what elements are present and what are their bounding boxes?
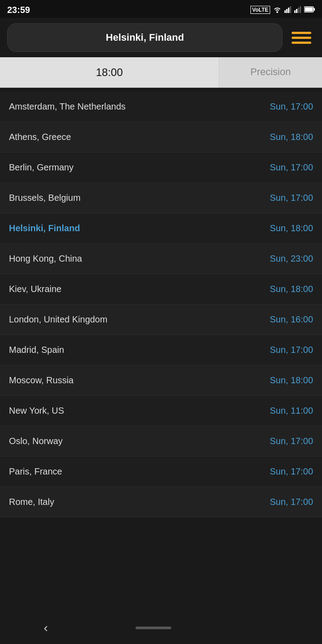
city-name: Brussels, Belgium xyxy=(9,193,80,203)
city-row[interactable]: Madrid, SpainSun, 17:00 xyxy=(0,335,322,365)
city-row[interactable]: Brussels, BelgiumSun, 17:00 xyxy=(0,183,322,213)
status-time: 23:59 xyxy=(7,5,30,15)
city-time: Sun, 18:00 xyxy=(270,223,313,233)
city-time: Sun, 18:00 xyxy=(270,375,313,386)
city-time: Sun, 17:00 xyxy=(270,497,313,507)
city-name: Paris, France xyxy=(9,466,62,477)
city-name: Athens, Greece xyxy=(9,132,71,142)
city-time: Sun, 16:00 xyxy=(270,314,313,325)
city-name: Madrid, Spain xyxy=(9,345,64,355)
wifi-icon xyxy=(273,6,282,14)
svg-rect-0 xyxy=(284,10,286,13)
city-name: Kiev, Ukraine xyxy=(9,284,61,294)
city-row[interactable]: Berlin, GermanySun, 17:00 xyxy=(0,153,322,183)
city-time: Sun, 18:00 xyxy=(270,132,313,142)
city-time: Sun, 17:00 xyxy=(270,193,313,203)
city-name: Amsterdam, The Netherlands xyxy=(9,102,126,112)
signal2-icon xyxy=(294,6,301,14)
city-row[interactable]: Paris, FranceSun, 17:00 xyxy=(0,457,322,487)
city-row[interactable]: Moscow, RussiaSun, 18:00 xyxy=(0,365,322,396)
city-row[interactable]: Kiev, UkraineSun, 18:00 xyxy=(0,274,322,305)
city-time: Sun, 17:00 xyxy=(270,102,313,112)
home-indicator xyxy=(136,627,171,629)
svg-rect-10 xyxy=(305,7,313,11)
header-title: Helsinki, Finland xyxy=(18,32,271,43)
city-time: Sun, 17:00 xyxy=(270,436,313,446)
city-name: Hong Kong, China xyxy=(9,254,82,264)
city-row[interactable]: Amsterdam, The NetherlandsSun, 17:00 xyxy=(0,92,322,122)
city-name: Oslo, Norway xyxy=(9,436,63,446)
city-time: Sun, 17:00 xyxy=(270,466,313,477)
city-row[interactable]: Oslo, NorwaySun, 17:00 xyxy=(0,426,322,457)
city-row[interactable]: London, United KingdomSun, 16:00 xyxy=(0,305,322,335)
city-name: Moscow, Russia xyxy=(9,375,74,386)
volte-icon: VoLTE xyxy=(250,6,270,14)
svg-rect-3 xyxy=(290,6,291,13)
svg-rect-7 xyxy=(300,6,301,13)
signal1-icon xyxy=(284,6,292,14)
svg-rect-9 xyxy=(314,8,315,11)
status-icons: VoLTE xyxy=(250,6,315,14)
hamburger-line-2 xyxy=(292,37,311,39)
city-row[interactable]: New York, USSun, 11:00 xyxy=(0,396,322,426)
city-name: London, United Kingdom xyxy=(9,314,107,325)
city-time: Sun, 17:00 xyxy=(270,345,313,355)
city-name: Berlin, Germany xyxy=(9,162,74,173)
city-time: Sun, 23:00 xyxy=(270,254,313,264)
svg-rect-2 xyxy=(288,8,289,13)
status-bar: 23:59 VoLTE xyxy=(0,0,322,18)
header: Helsinki, Finland xyxy=(0,18,322,57)
svg-rect-1 xyxy=(286,9,288,13)
back-button[interactable]: ‹ xyxy=(44,621,48,635)
hamburger-line-3 xyxy=(292,42,311,44)
hamburger-button[interactable] xyxy=(288,28,315,47)
header-title-box: Helsinki, Finland xyxy=(7,23,283,52)
city-row[interactable]: Hong Kong, ChinaSun, 23:00 xyxy=(0,244,322,274)
city-name: Rome, Italy xyxy=(9,497,54,507)
city-time: Sun, 17:00 xyxy=(270,162,313,173)
precision-button[interactable]: Precision xyxy=(219,57,322,88)
city-row[interactable]: Helsinki, FinlandSun, 18:00 xyxy=(0,213,322,244)
hamburger-line-1 xyxy=(292,32,311,34)
city-row[interactable]: Rome, ItalySun, 17:00 xyxy=(0,487,322,517)
svg-rect-4 xyxy=(294,10,296,13)
time-display[interactable]: 18:00 xyxy=(0,57,219,88)
city-name: New York, US xyxy=(9,406,64,416)
svg-rect-5 xyxy=(296,9,297,13)
svg-rect-6 xyxy=(298,8,299,13)
city-row[interactable]: Athens, GreeceSun, 18:00 xyxy=(0,122,322,153)
city-list: Amsterdam, The NetherlandsSun, 17:00Athe… xyxy=(0,92,322,517)
bottom-nav: ‹ xyxy=(0,615,322,644)
city-time: Sun, 11:00 xyxy=(270,406,313,416)
city-time: Sun, 18:00 xyxy=(270,284,313,294)
city-name: Helsinki, Finland xyxy=(9,223,80,233)
battery-icon xyxy=(304,6,315,14)
time-precision-row: 18:00 Precision xyxy=(0,57,322,88)
